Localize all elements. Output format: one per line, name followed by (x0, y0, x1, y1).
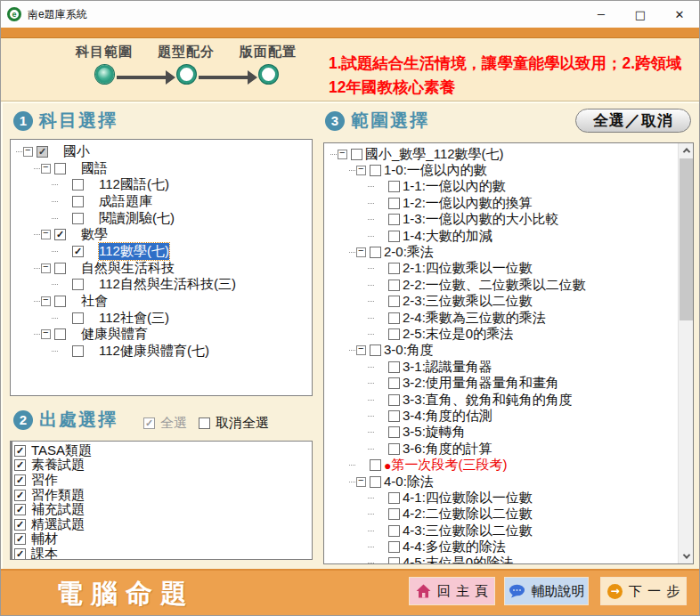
tree-item-label[interactable]: 1-4:大數的加減 (403, 228, 492, 245)
close-button[interactable]: ✕ (660, 1, 699, 28)
checkbox[interactable] (14, 490, 26, 501)
checkbox[interactable] (388, 492, 400, 504)
checkbox[interactable] (370, 247, 381, 258)
tree-item-label[interactable]: 2-1:四位數乘以一位數 (403, 260, 533, 277)
tree-item[interactable]: 國語 (12, 160, 310, 177)
tree-item[interactable]: 閱讀測驗(七) (12, 210, 310, 227)
tree-item-label[interactable]: 1-2:一億以內數的換算 (403, 195, 533, 212)
scrollbar-up-icon[interactable] (679, 143, 694, 158)
tree-item-label[interactable]: 2-4:乘數為三位數的乘法 (403, 310, 546, 327)
tree-item[interactable]: 國小 (12, 143, 310, 160)
collapse-icon[interactable] (356, 345, 366, 355)
checkbox[interactable] (351, 149, 362, 160)
checkbox[interactable] (14, 504, 26, 515)
collapse-icon[interactable] (41, 296, 51, 306)
checkbox[interactable] (72, 312, 84, 324)
tree-item[interactable]: 4-2:二位數除以二位數 (326, 507, 678, 523)
home-button[interactable]: 回主頁 (409, 577, 495, 605)
tree-item[interactable]: 2-5:末位是0的乘法 (326, 326, 678, 342)
tree-item[interactable]: 112自然與生活科技(三) (12, 277, 310, 294)
checkbox[interactable] (54, 296, 66, 307)
scrollbar[interactable] (678, 143, 693, 563)
tree-item-label[interactable]: 3-0:角度 (384, 342, 434, 359)
checkbox[interactable] (388, 361, 400, 373)
tree-item[interactable]: 自然與生活科技 (12, 260, 310, 277)
collapse-icon[interactable] (356, 477, 366, 487)
tree-item-label[interactable]: 4-5:末位是0的除法 (403, 555, 513, 563)
deselect-all-checkbox[interactable] (199, 417, 210, 429)
checkbox[interactable] (388, 198, 400, 209)
tree-item[interactable]: 4-5:末位是0的除法 (326, 555, 678, 563)
tree-item-label[interactable]: 4-1:四位數除以一位數 (403, 490, 533, 507)
checkbox[interactable] (388, 410, 400, 422)
tree-item-label[interactable]: 112國語(七) (99, 176, 169, 193)
tree-item-label[interactable]: 國小 (63, 143, 90, 160)
checkbox[interactable] (72, 196, 84, 207)
checkbox[interactable] (388, 296, 400, 307)
deselect-all-option[interactable]: 取消全選 (199, 415, 269, 432)
checkbox[interactable] (14, 519, 26, 531)
checkbox[interactable] (388, 312, 400, 324)
tree-item[interactable]: 成語題庫 (12, 193, 310, 210)
tree-item[interactable]: 3-4:角度的估測 (326, 408, 678, 424)
checkbox[interactable] (388, 525, 400, 537)
tree-item[interactable]: 112社會(三) (12, 310, 310, 327)
source-item[interactable]: 精選試題 (14, 517, 310, 532)
tree-item[interactable]: 112數學(七) (12, 243, 310, 260)
tree-item-label[interactable]: 閱讀測驗(七) (99, 210, 175, 227)
tree-item[interactable]: 2-3:三位數乘以二位數 (326, 294, 678, 310)
tree-item-label[interactable]: 3-4:角度的估測 (403, 408, 492, 425)
checkbox[interactable] (388, 377, 400, 389)
checkbox[interactable] (54, 163, 66, 174)
checkbox[interactable] (370, 165, 381, 176)
checkbox[interactable] (54, 263, 66, 274)
tree-item-label[interactable]: 2-3:三位數乘以二位數 (403, 293, 533, 310)
help-button[interactable]: 輔助說明 (504, 577, 589, 605)
tree-item[interactable]: 4-3:三位數除以二位數 (326, 523, 678, 539)
checkbox[interactable] (370, 476, 381, 488)
checkbox[interactable] (388, 231, 400, 242)
tree-item-label[interactable]: 自然與生活科技 (81, 260, 175, 277)
tree-item-label[interactable]: 1-0:一億以內的數 (384, 162, 487, 179)
tree-item[interactable]: 3-3:直角、銳角和鈍角的角度 (326, 392, 678, 408)
tree-item-label[interactable]: 4-3:三位數除以二位數 (403, 523, 533, 539)
toggle-select-all-button[interactable]: 全選／取消 (575, 109, 691, 133)
tree-item[interactable]: 第一次段考(三段考) (326, 457, 678, 473)
select-all-option[interactable]: 全選 (143, 415, 187, 432)
tree-item-label[interactable]: 國小_數學_112數學(七) (365, 146, 504, 163)
tree-item[interactable]: 3-6:角度的計算 (326, 441, 678, 457)
checkbox[interactable] (388, 443, 400, 455)
checkbox[interactable] (72, 246, 84, 257)
checkbox[interactable] (388, 280, 400, 291)
tree-item[interactable]: 3-2:使用量角器量角和畫角 (326, 375, 678, 391)
tree-item-label[interactable]: 社會 (81, 293, 108, 310)
checkbox[interactable] (54, 328, 66, 340)
tree-item[interactable]: 4-0:除法 (326, 474, 678, 490)
tree-item-label[interactable]: 2-5:末位是0的乘法 (403, 326, 513, 343)
checkbox[interactable] (72, 345, 84, 357)
select-all-checkbox[interactable] (143, 417, 155, 429)
checkbox[interactable] (388, 263, 400, 274)
tree-item[interactable]: 1-2:一億以內數的換算 (326, 195, 678, 211)
collapse-icon[interactable] (41, 263, 51, 273)
checkbox[interactable] (72, 179, 84, 190)
checkbox[interactable] (388, 541, 400, 553)
tree-item-label[interactable]: 3-3:直角、銳角和鈍角的角度 (403, 392, 573, 409)
minimize-button[interactable]: ─ (582, 1, 621, 28)
tree-item-label[interactable]: 成語題庫 (99, 193, 152, 210)
tree-item-label[interactable]: 112健康與體育(七) (99, 343, 209, 360)
checkbox[interactable] (388, 394, 400, 406)
tree-item[interactable]: 2-2:一位數、二位數乘以二位數 (326, 277, 678, 293)
checkbox[interactable] (72, 213, 84, 224)
source-item[interactable]: 習作 (14, 473, 310, 488)
next-step-button[interactable]: → 下一步 (600, 577, 687, 605)
tree-item-label[interactable]: 4-2:二位數除以二位數 (403, 506, 533, 523)
tree-item-label[interactable]: 3-6:角度的計算 (403, 441, 492, 458)
scrollbar-thumb[interactable] (680, 158, 693, 320)
source-item[interactable]: 素養試題 (14, 458, 310, 474)
tree-item-label[interactable]: 3-5:旋轉角 (403, 424, 466, 441)
checkbox[interactable] (388, 508, 400, 520)
collapse-icon[interactable] (41, 164, 51, 174)
tree-item[interactable]: 3-5:旋轉角 (326, 425, 678, 441)
collapse-icon[interactable] (338, 150, 347, 159)
